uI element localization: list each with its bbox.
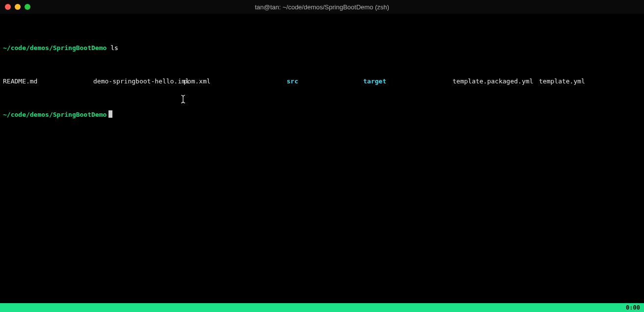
file-pom: pom.xml: [184, 77, 287, 85]
close-window-button[interactable]: [5, 4, 11, 10]
file-template: template.yml: [539, 77, 585, 85]
dir-target: target: [363, 77, 453, 85]
statusbar-right: 0:00: [626, 304, 640, 312]
ibeam-cursor-icon: [164, 86, 171, 95]
traffic-lights: [5, 4, 30, 10]
file-template-packaged: template.packaged.yml: [453, 77, 539, 85]
command-text: ls: [107, 44, 118, 52]
dir-src: src: [287, 77, 363, 85]
file-iml: demo-springboot-hello.iml: [93, 77, 184, 85]
terminal-viewport[interactable]: ~/code/demos/SpringBootDemo ls README.md…: [0, 14, 644, 152]
terminal-cursor: [108, 110, 112, 118]
prompt-path: ~/code/demos/SpringBootDemo: [3, 110, 107, 119]
ls-output-row: README.mddemo-springboot-hello.imlpom.xm…: [3, 77, 641, 85]
window-titlebar: tan@tan: ~/code/demos/SpringBootDemo (zs…: [0, 0, 644, 14]
maximize-window-button[interactable]: [25, 4, 30, 10]
minimize-window-button[interactable]: [15, 4, 21, 10]
file-readme: README.md: [3, 77, 93, 85]
window-title: tan@tan: ~/code/demos/SpringBootDemo (zs…: [30, 3, 614, 11]
tmux-statusbar: 0:00: [0, 303, 644, 312]
prompt-path: ~/code/demos/SpringBootDemo: [3, 44, 107, 52]
prompt-line-1: ~/code/demos/SpringBootDemo ls: [3, 44, 641, 52]
prompt-line-2: ~/code/demos/SpringBootDemo: [3, 110, 641, 119]
command-ls: ls: [110, 44, 118, 52]
